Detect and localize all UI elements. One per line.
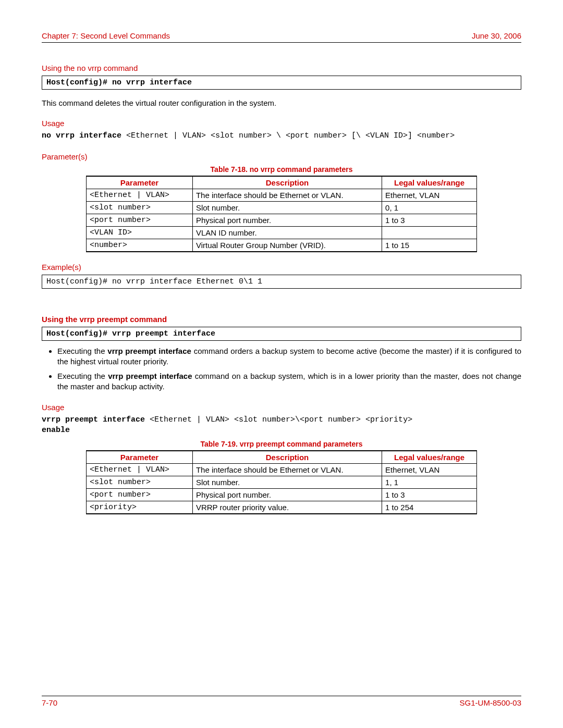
usage-heading: Usage: [42, 403, 521, 412]
inline-command: vrrp preempt interface: [107, 347, 191, 355]
cell-legal: 1 to 254: [382, 501, 477, 514]
command-description: This command deletes the virtual router …: [42, 98, 521, 108]
bullet-text: Executing the: [57, 372, 108, 380]
usage-syntax-vrrp-preempt: vrrp preempt interface <Ethernet | VLAN>…: [42, 415, 521, 436]
cell-param: <slot number>: [87, 201, 193, 214]
table-row: <number> Virtual Router Group Number (VR…: [87, 239, 477, 252]
table-header-row: Parameter Description Legal values/range: [87, 176, 477, 189]
cell-legal: Ethernet, VLAN: [382, 464, 477, 476]
table-caption-7-19: Table 7-19. vrrp preempt command paramet…: [42, 440, 521, 448]
cell-legal: 1 to 15: [382, 239, 477, 252]
cell-desc: The interface should be Ethernet or VLAN…: [192, 464, 382, 476]
header-date: June 30, 2006: [472, 31, 521, 40]
th-description: Description: [192, 451, 382, 464]
cell-legal: 0, 1: [382, 201, 477, 214]
cell-desc: Slot number.: [192, 201, 382, 214]
header-rule: [42, 42, 521, 43]
table-header-row: Parameter Description Legal values/range: [87, 451, 477, 464]
cell-param: <Ethernet | VLAN>: [87, 189, 193, 201]
cell-param: <Ethernet | VLAN>: [87, 464, 193, 476]
cell-legal: 1 to 3: [382, 489, 477, 501]
cell-param: <port number>: [87, 489, 193, 501]
table-row: <port number> Physical port number. 1 to…: [87, 489, 477, 501]
page-footer: 7-70 SG1-UM-8500-03: [42, 698, 521, 707]
usage-rest: <Ethernet | VLAN> <slot number> \ <port …: [126, 131, 455, 140]
footer-rule: [42, 696, 521, 696]
doc-id: SG1-UM-8500-03: [460, 698, 521, 707]
cell-legal: Ethernet, VLAN: [382, 189, 477, 201]
th-parameter: Parameter: [87, 451, 193, 464]
cell-legal: [382, 226, 477, 239]
th-legal: Legal values/range: [382, 451, 477, 464]
page-header: Chapter 7: Second Level Commands June 30…: [42, 31, 521, 40]
cell-param: <slot number>: [87, 476, 193, 489]
cell-param: <port number>: [87, 214, 193, 226]
section-heading-no-vrrp: Using the no vrrp command: [42, 64, 521, 72]
cell-param: <VLAN ID>: [87, 226, 193, 239]
cell-param: <number>: [87, 239, 193, 252]
cell-legal: 1, 1: [382, 476, 477, 489]
list-item: Executing the vrrp preempt interface com…: [57, 371, 521, 392]
usage-mid: <Ethernet | VLAN> <slot number>\<port nu…: [150, 415, 417, 424]
usage-bold: no vrrp interface: [42, 131, 126, 140]
parameters-heading: Parameter(s): [42, 152, 521, 161]
cell-desc: Virtual Router Group Number (VRID).: [192, 239, 382, 252]
examples-heading: Example(s): [42, 263, 521, 272]
cell-desc: Physical port number.: [192, 214, 382, 226]
cell-desc: VLAN ID number.: [192, 226, 382, 239]
page-number: 7-70: [42, 698, 57, 707]
usage-syntax-no-vrrp: no vrrp interface <Ethernet | VLAN> <slo…: [42, 131, 521, 141]
command-syntax-no-vrrp: Host(config)# no vrrp interface: [42, 76, 521, 90]
table-row: <Ethernet | VLAN> The interface should b…: [87, 189, 477, 201]
usage-heading: Usage: [42, 119, 521, 128]
bullet-text: Executing the: [57, 347, 107, 355]
chapter-title: Chapter 7: Second Level Commands: [42, 31, 170, 40]
usage-bold: vrrp preempt interface: [42, 415, 150, 424]
cell-param: <priority>: [87, 501, 193, 514]
table-row: <slot number> Slot number. 0, 1: [87, 201, 477, 214]
inline-command: vrrp preempt interface: [108, 372, 192, 380]
example-no-vrrp: Host(config)# no vrrp interface Ethernet…: [42, 275, 521, 289]
th-legal: Legal values/range: [382, 176, 477, 189]
table-row: <port number> Physical port number. 1 to…: [87, 214, 477, 226]
table-row: <slot number> Slot number. 1, 1: [87, 476, 477, 489]
table-no-vrrp-params: Parameter Description Legal values/range…: [86, 176, 477, 252]
cell-legal: 1 to 3: [382, 214, 477, 226]
table-row: <Ethernet | VLAN> The interface should b…: [87, 464, 477, 476]
list-item: Executing the vrrp preempt interface com…: [57, 346, 521, 367]
cell-desc: Slot number.: [192, 476, 382, 489]
command-syntax-vrrp-preempt: Host(config)# vrrp preempt interface: [42, 327, 521, 341]
table-row: <priority> VRRP router priority value. 1…: [87, 501, 477, 514]
table-caption-7-18: Table 7-18. no vrrp command parameters: [42, 165, 521, 174]
th-description: Description: [192, 176, 382, 189]
cell-desc: The interface should be Ethernet or VLAN…: [192, 189, 382, 201]
usage-bold: enable: [42, 426, 70, 435]
preempt-bullets: Executing the vrrp preempt interface com…: [57, 346, 521, 392]
th-parameter: Parameter: [87, 176, 193, 189]
table-vrrp-preempt-params: Parameter Description Legal values/range…: [86, 450, 477, 514]
table-row: <VLAN ID> VLAN ID number.: [87, 226, 477, 239]
section-heading-vrrp-preempt: Using the vrrp preempt command: [42, 315, 521, 324]
cell-desc: VRRP router priority value.: [192, 501, 382, 514]
cell-desc: Physical port number.: [192, 489, 382, 501]
